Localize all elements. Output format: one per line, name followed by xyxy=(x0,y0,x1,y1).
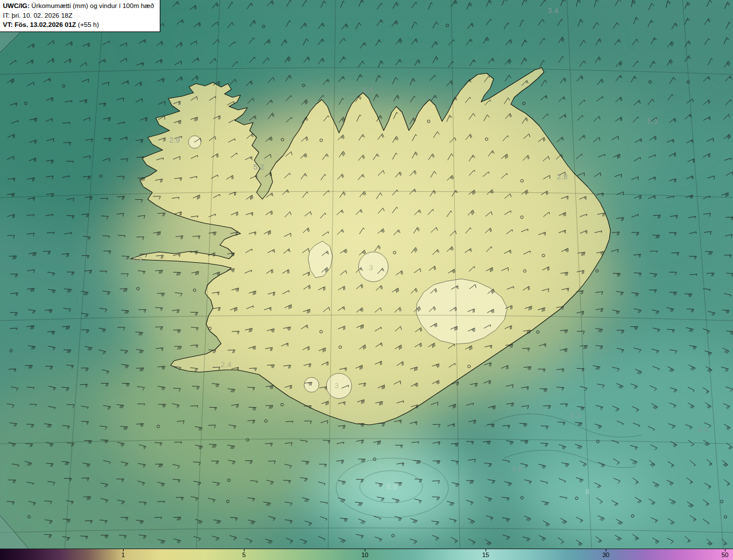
product-title: Úrkomumætti (mm) og vindur í 100m hæð xyxy=(30,2,154,9)
weather-map xyxy=(0,0,733,549)
colorbar-tick-30: 30 xyxy=(602,549,609,560)
colorbar-tick-label: 50 xyxy=(722,551,728,559)
glacier-outline xyxy=(304,377,319,392)
weather-chart-page: 3.45.55.12.95.22.84.832.433.34.84.89.88 … xyxy=(0,0,733,560)
product-code: UWC/IG: xyxy=(3,2,30,9)
colorbar-tick-label: 30 xyxy=(602,551,609,559)
colorbar-ticks: 1510153050 xyxy=(0,549,733,560)
precip-colorbar: 1510153050 xyxy=(0,549,733,560)
colorbar-tick-label: 15 xyxy=(482,551,489,559)
glacier-outline xyxy=(358,252,388,282)
product-title-line: UWC/IG: Úrkomumætti (mm) og vindur í 100… xyxy=(3,1,154,11)
colorbar-tick-5: 5 xyxy=(242,549,246,560)
colorbar-tick-1: 1 xyxy=(121,549,125,560)
colorbar-tick-label: 10 xyxy=(361,551,368,559)
valid-time-line: VT: Fös. 13.02.2026 01Z (+55 h) xyxy=(3,20,154,30)
init-time-line: IT: þri. 10. 02. 2026 18Z xyxy=(3,11,154,21)
colorbar-tick-10: 10 xyxy=(361,549,368,560)
colorbar-tick-50: 50 xyxy=(722,549,728,560)
product-header: UWC/IG: Úrkomumætti (mm) og vindur í 100… xyxy=(0,0,160,32)
valid-time-offset: (+55 h) xyxy=(76,21,99,28)
valid-time: VT: Fös. 13.02.2026 01Z xyxy=(3,21,76,28)
colorbar-tick-label: 5 xyxy=(242,551,246,559)
colorbar-tick-15: 15 xyxy=(482,549,489,560)
colorbar-tick-label: 1 xyxy=(121,551,125,559)
